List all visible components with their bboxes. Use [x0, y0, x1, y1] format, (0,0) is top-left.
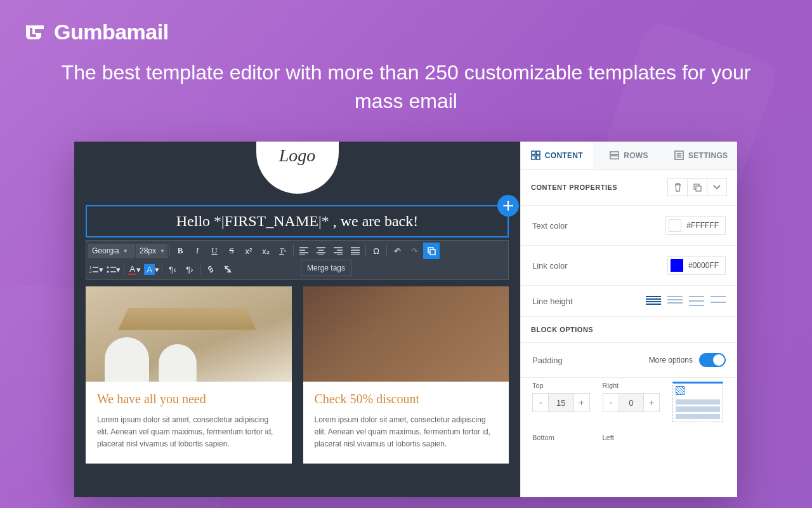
- tab-settings[interactable]: SETTINGS: [665, 142, 737, 169]
- grid-icon: [531, 150, 540, 160]
- svg-text:1: 1: [89, 265, 92, 269]
- italic-button[interactable]: I: [189, 243, 206, 259]
- align-center-button[interactable]: [313, 243, 329, 259]
- link-color-input[interactable]: #0000FF: [667, 256, 726, 275]
- section-header-block: BLOCK OPTIONS: [521, 317, 737, 343]
- move-handle-icon[interactable]: [497, 195, 519, 217]
- padding-controls-row2: Bottom Left: [521, 434, 737, 445]
- color-swatch: [669, 219, 681, 232]
- strike-button[interactable]: S: [223, 243, 240, 259]
- copy-icon: [693, 184, 702, 192]
- special-char-button[interactable]: Ω: [368, 243, 384, 259]
- template-logo[interactable]: Logo: [256, 142, 339, 194]
- svg-rect-1: [430, 250, 435, 255]
- undo-button[interactable]: ↶: [389, 243, 405, 259]
- properties-panel: CONTENT ROWS SETTINGS CONTENT PROPERTIES…: [520, 142, 737, 497]
- increment-button[interactable]: +: [644, 394, 659, 411]
- card-image: [86, 286, 292, 382]
- more-options-toggle[interactable]: [699, 353, 726, 367]
- more-options-label: More options: [649, 356, 693, 364]
- text-color-row: Text color #FFFFFF: [521, 206, 737, 246]
- rows-icon: [610, 150, 619, 160]
- separator: [200, 263, 200, 276]
- unlink-button[interactable]: [219, 261, 236, 277]
- decrement-button[interactable]: -: [533, 394, 548, 411]
- card-image: [303, 286, 509, 382]
- card-row: We have all you need Lorem ipsum dolor s…: [86, 286, 509, 464]
- separator: [162, 263, 162, 276]
- ordered-list-button[interactable]: 12▾: [88, 261, 105, 277]
- duplicate-button[interactable]: [687, 178, 707, 196]
- rich-text-toolbar: Georgia 28px B I U S x² x₂ T× Ω ↶ ↷ 12▾ …: [86, 240, 509, 280]
- brand-name: Gumbamail: [54, 20, 169, 44]
- svg-point-5: [107, 271, 109, 273]
- link-button[interactable]: [202, 261, 219, 277]
- delete-button[interactable]: [667, 178, 688, 196]
- decrement-button[interactable]: -: [603, 394, 619, 411]
- card-body-text: Lorem ipsum dolor sit amet, consectetur …: [315, 414, 498, 451]
- padding-preview-icon: [672, 382, 723, 422]
- align-left-button[interactable]: [296, 243, 312, 259]
- separator: [386, 244, 387, 257]
- trash-icon: [674, 183, 682, 192]
- card-body-text: Lorem ipsum dolor sit amet, consectetur …: [97, 414, 280, 451]
- unordered-list-button[interactable]: ▾: [105, 261, 122, 277]
- collapse-button[interactable]: [707, 178, 727, 196]
- tab-rows[interactable]: ROWS: [593, 142, 665, 169]
- align-right-button[interactable]: [330, 243, 346, 259]
- email-canvas[interactable]: Logo Hello *|FIRST_NAME|* , we are back!…: [74, 142, 520, 497]
- tab-content[interactable]: CONTENT: [521, 142, 593, 169]
- svg-rect-8: [696, 186, 701, 191]
- superscript-button[interactable]: x²: [240, 243, 257, 259]
- svg-point-4: [107, 267, 109, 269]
- redo-button[interactable]: ↷: [406, 243, 422, 259]
- line-height-xloose[interactable]: [710, 296, 726, 306]
- chevron-down-icon: [713, 185, 721, 190]
- padding-right-stepper[interactable]: - 0 +: [603, 393, 660, 412]
- padding-controls: Top - 15 + Right - 0 +: [521, 378, 737, 434]
- text-color-input[interactable]: #FFFFFF: [665, 216, 726, 235]
- link-color-row: Link color #0000FF: [521, 246, 737, 286]
- copy-button[interactable]: [423, 243, 440, 259]
- content-card[interactable]: Check 50% discount Lorem ipsum dolor sit…: [303, 286, 509, 464]
- separator: [365, 244, 366, 257]
- color-swatch: [671, 259, 683, 272]
- brand-logo-icon: [22, 19, 48, 44]
- merge-tags-tooltip: Merge tags: [301, 260, 351, 276]
- align-justify-button[interactable]: [347, 243, 363, 259]
- font-size-select[interactable]: 28px: [136, 244, 167, 258]
- font-family-select[interactable]: Georgia: [88, 244, 135, 258]
- line-height-normal[interactable]: [667, 296, 683, 306]
- bold-button[interactable]: B: [172, 243, 188, 259]
- subscript-button[interactable]: x₂: [258, 243, 274, 259]
- settings-icon: [674, 150, 684, 160]
- padding-row: Padding More options: [521, 343, 737, 378]
- separator: [169, 244, 170, 257]
- separator: [124, 263, 124, 276]
- section-header-properties: CONTENT PROPERTIES: [521, 170, 737, 206]
- line-height-tight[interactable]: [646, 296, 661, 306]
- panel-tabs: CONTENT ROWS SETTINGS: [521, 142, 737, 170]
- card-title: Check 50% discount: [315, 392, 498, 406]
- card-title: We have all you need: [97, 392, 280, 406]
- content-card[interactable]: We have all you need Lorem ipsum dolor s…: [86, 286, 292, 464]
- svg-text:2: 2: [89, 270, 92, 273]
- text-color-button[interactable]: A ▾: [126, 261, 143, 277]
- editor-window: Logo Hello *|FIRST_NAME|* , we are back!…: [74, 142, 737, 497]
- rtl-button[interactable]: ¶›: [181, 261, 198, 277]
- underline-button[interactable]: U: [206, 243, 223, 259]
- selected-text-block[interactable]: Hello *|FIRST_NAME|* , we are back!: [86, 205, 509, 237]
- padding-top-stepper[interactable]: - 15 +: [532, 393, 590, 412]
- separator: [293, 244, 294, 257]
- clear-format-button[interactable]: T×: [275, 243, 291, 259]
- headline-text: Hello *|FIRST_NAME|* , we are back!: [176, 213, 419, 229]
- increment-button[interactable]: +: [574, 394, 589, 411]
- line-height-loose[interactable]: [689, 296, 704, 306]
- bg-color-button[interactable]: A ▾: [143, 261, 160, 277]
- ltr-button[interactable]: ¶‹: [164, 261, 181, 277]
- line-height-row: Line height: [521, 286, 737, 317]
